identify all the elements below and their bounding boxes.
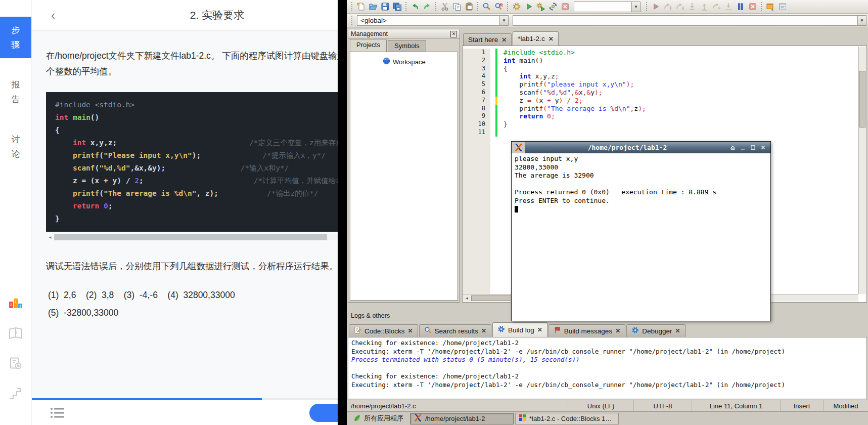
prev-step-chevron-icon[interactable]: ‹ bbox=[32, 9, 55, 22]
taskbar-window-button[interactable]: /home/project/lab1-2 bbox=[410, 413, 514, 424]
terminal-cursor-line bbox=[515, 205, 767, 214]
symbols-combobox[interactable]: <global> ▼ bbox=[357, 15, 509, 26]
steps-list-icon[interactable] bbox=[50, 407, 65, 419]
run-icon[interactable] bbox=[523, 1, 534, 13]
sidebar-nav-item[interactable]: 讨论 bbox=[0, 126, 31, 167]
stop-debugger-icon[interactable] bbox=[747, 1, 758, 13]
build-log-line: Checking for existence: /home/project/la… bbox=[351, 339, 863, 348]
open-file-icon[interactable] bbox=[367, 1, 379, 13]
editor-vscroll-thumb[interactable] bbox=[859, 71, 865, 128]
scroll-left-arrow-icon[interactable]: ◂ bbox=[463, 295, 471, 301]
scope-combobox[interactable]: ▼ bbox=[513, 15, 866, 26]
build-log-line: Executing: xterm -T '/home/project/lab1-… bbox=[351, 381, 863, 390]
various-info-icon[interactable] bbox=[776, 1, 788, 13]
tab-close-icon[interactable]: ✕ bbox=[675, 328, 680, 334]
tab-close-icon[interactable]: ✕ bbox=[408, 328, 413, 334]
search-toolbar-group: R bbox=[481, 1, 505, 13]
tab-close-icon[interactable]: ✕ bbox=[501, 37, 507, 43]
log-tab-label: Build log bbox=[508, 326, 534, 334]
scrollbar-track[interactable] bbox=[54, 234, 383, 240]
xterm-window[interactable]: /home/project/lab1-2 please input x,y328… bbox=[511, 141, 771, 321]
save-file-icon[interactable] bbox=[379, 1, 391, 13]
replace-icon[interactable]: R bbox=[493, 1, 505, 13]
test-data: (1) 2,6 (2) 3,8 (3) -4,-6 (4) 32800,3300… bbox=[46, 286, 383, 322]
find-icon[interactable] bbox=[481, 1, 492, 13]
page-title: 2. 实验要求 bbox=[55, 8, 379, 22]
report-doc-icon[interactable] bbox=[8, 356, 24, 371]
management-tab[interactable]: Symbols bbox=[388, 40, 426, 52]
step-into-instruction-icon[interactable] bbox=[722, 1, 734, 13]
taskbar: 所有应用程序 /home/project/lab1-2*lab1-2.c - C… bbox=[347, 411, 868, 425]
sidebar-nav-item[interactable]: 步骤 bbox=[0, 17, 31, 58]
help-book-icon[interactable]: ? bbox=[8, 326, 24, 341]
toolbar-gripper[interactable] bbox=[351, 2, 352, 11]
dropdown-arrow-icon[interactable]: ▼ bbox=[857, 16, 866, 25]
redo-icon[interactable] bbox=[421, 1, 433, 13]
toolbar-gripper[interactable] bbox=[507, 2, 508, 11]
win-close-icon[interactable] bbox=[760, 144, 766, 151]
editor-tab[interactable]: Start here✕ bbox=[463, 33, 512, 46]
taskbar-window-button[interactable]: *lab1-2.c - Code::Blocks 1… bbox=[515, 413, 619, 424]
win-minimize-icon[interactable] bbox=[740, 144, 746, 151]
log-tab[interactable]: Build log✕ bbox=[492, 322, 547, 337]
win-maximize-icon[interactable] bbox=[750, 144, 756, 151]
sidebar-nav: 步骤报告讨论 bbox=[0, 17, 31, 167]
debugging-windows-icon[interactable] bbox=[764, 1, 776, 13]
build-target-combobox[interactable]: ▼ bbox=[574, 2, 641, 12]
line-number: 11 bbox=[463, 129, 490, 137]
editor-tab[interactable]: *lab1-2.c✕ bbox=[513, 31, 558, 46]
svg-text:2: 2 bbox=[10, 303, 12, 307]
run-to-cursor-icon[interactable] bbox=[662, 1, 673, 13]
step-into-icon[interactable] bbox=[686, 1, 698, 13]
editor-line: 4 int x,y,z; bbox=[463, 72, 858, 80]
abort-build-icon[interactable] bbox=[559, 1, 571, 13]
toolbar-gripper[interactable] bbox=[761, 2, 762, 11]
management-tab[interactable]: Projects bbox=[350, 39, 387, 52]
tab-close-icon[interactable]: ✕ bbox=[481, 328, 486, 334]
copy-icon[interactable] bbox=[451, 1, 463, 13]
cut-icon[interactable] bbox=[439, 1, 450, 13]
paste-icon[interactable] bbox=[463, 1, 475, 13]
log-tab[interactable]: Search results✕ bbox=[419, 324, 491, 337]
sidebar-nav-item[interactable]: 报告 bbox=[0, 71, 31, 113]
management-close-icon[interactable]: ✕ bbox=[450, 31, 457, 37]
applications-menu-button[interactable]: 所有应用程序 bbox=[348, 412, 408, 424]
debug-continue-icon[interactable] bbox=[650, 1, 661, 13]
toolbar-gripper[interactable] bbox=[435, 2, 436, 11]
log-tab[interactable]: Debugger✕ bbox=[626, 324, 685, 337]
steps-exit-icon[interactable] bbox=[8, 386, 24, 401]
tab-close-icon[interactable]: ✕ bbox=[549, 36, 554, 42]
toolbar-gripper[interactable] bbox=[477, 2, 478, 11]
build-log-output: Checking for existence: /home/project/la… bbox=[348, 337, 867, 399]
next-line-icon[interactable] bbox=[674, 1, 686, 13]
break-debugger-icon[interactable] bbox=[735, 1, 746, 13]
tab-close-icon[interactable]: ✕ bbox=[537, 327, 542, 333]
scroll-left-arrow-icon[interactable]: ◂ bbox=[46, 234, 54, 240]
log-tab[interactable]: Code::Blocks✕ bbox=[349, 324, 418, 337]
toolbar-gripper[interactable] bbox=[646, 2, 647, 11]
step-out-icon[interactable] bbox=[698, 1, 710, 13]
save-all-icon[interactable] bbox=[391, 1, 403, 13]
logs-tabs: Code::Blocks✕Search results✕Build log✕Bu… bbox=[349, 322, 686, 337]
management-caption: Management ✕ bbox=[348, 29, 460, 39]
undo-icon[interactable] bbox=[409, 1, 421, 13]
scrollbar-thumb[interactable] bbox=[54, 234, 327, 240]
build-and-run-icon[interactable] bbox=[535, 1, 546, 13]
dropdown-arrow-icon[interactable]: ▼ bbox=[631, 2, 640, 12]
ranking-icon[interactable]: 213 bbox=[8, 296, 24, 311]
dropdown-arrow-icon[interactable]: ▼ bbox=[499, 16, 508, 25]
next-instruction-icon[interactable] bbox=[710, 1, 722, 13]
workspace-tree-item[interactable]: Workspace bbox=[383, 57, 458, 66]
new-file-icon[interactable] bbox=[355, 1, 367, 13]
tab-close-icon[interactable]: ✕ bbox=[615, 328, 620, 334]
log-tab[interactable]: Build messages✕ bbox=[549, 324, 625, 337]
editor-vscrollbar[interactable] bbox=[858, 47, 866, 294]
fold-margin bbox=[490, 112, 495, 120]
win-shade-icon[interactable] bbox=[729, 144, 736, 151]
management-tabs: ProjectsSymbols bbox=[348, 39, 460, 52]
toolbar-gripper[interactable] bbox=[405, 2, 406, 11]
xterm-titlebar[interactable]: /home/project/lab1-2 bbox=[512, 142, 770, 153]
toolbar-gripper[interactable] bbox=[351, 16, 352, 25]
rebuild-icon[interactable] bbox=[547, 1, 559, 13]
build-icon[interactable] bbox=[511, 1, 522, 13]
